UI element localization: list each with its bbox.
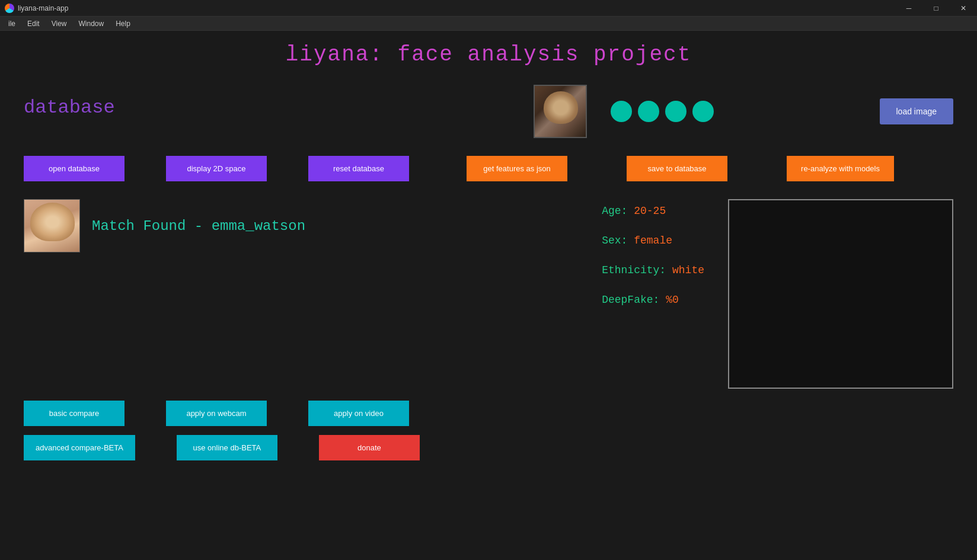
menu-help[interactable]: Help (110, 18, 136, 29)
reset-database-button[interactable]: reset database (308, 156, 409, 181)
menu-file[interactable]: ile (2, 18, 21, 29)
app-title: liyana: face analysis project (24, 43, 953, 67)
right-panel: Age: 20-25 Sex: female Ethnicity: white … (602, 199, 953, 389)
get-features-button[interactable]: get features as json (467, 156, 567, 181)
database-buttons-row: open database display 2D space reset dat… (24, 156, 953, 181)
deepfake-value: %0 (666, 294, 679, 306)
deepfake-label: DeepFake: (602, 294, 659, 306)
menu-window[interactable]: Window (73, 18, 110, 29)
apply-webcam-button[interactable]: apply on webcam (166, 401, 267, 426)
color-dot-4 (692, 101, 714, 122)
sex-stat: Sex: female (602, 235, 704, 247)
top-section: database load image (24, 85, 953, 138)
color-dot-1 (611, 101, 632, 122)
bottom-buttons-row1: basic compare apply on webcam apply on v… (24, 401, 953, 426)
re-analyze-button[interactable]: re-analyze with models (787, 156, 894, 181)
load-image-button[interactable]: load image (880, 98, 954, 124)
bottom-buttons-row2: advanced compare-BETA use online db-BETA… (24, 435, 953, 460)
face-placeholder (535, 85, 586, 137)
stats-panel: Age: 20-25 Sex: female Ethnicity: white … (602, 199, 704, 389)
image-display: load image (534, 85, 954, 138)
color-indicators (611, 101, 714, 122)
maximize-button[interactable]: □ (922, 0, 950, 17)
match-panel: Match Found - emma_watson (24, 199, 320, 252)
database-label: database (24, 97, 202, 119)
preview-box (728, 199, 953, 389)
color-dot-3 (665, 101, 687, 122)
match-text: Match Found - emma_watson (92, 218, 305, 234)
donate-button[interactable]: donate (319, 435, 420, 460)
apply-video-button[interactable]: apply on video (308, 401, 409, 426)
close-button[interactable]: ✕ (950, 0, 977, 17)
ethnicity-stat: Ethnicity: white (602, 264, 704, 276)
age-stat: Age: 20-25 (602, 205, 704, 217)
title-bar-title: liyana-main-app (18, 4, 68, 12)
display-2d-button[interactable]: display 2D space (166, 156, 267, 181)
sex-value: female (634, 235, 672, 247)
match-face-image (24, 199, 80, 252)
app-icon (5, 4, 14, 13)
use-online-db-button[interactable]: use online db-BETA (177, 435, 277, 460)
loaded-face-image (534, 85, 587, 138)
menu-view[interactable]: View (46, 18, 73, 29)
minimize-button[interactable]: ─ (895, 0, 922, 17)
deepfake-stat: DeepFake: %0 (602, 294, 704, 306)
age-value: 20-25 (634, 205, 666, 217)
basic-compare-button[interactable]: basic compare (24, 401, 124, 426)
ethnicity-label: Ethnicity: (602, 264, 666, 276)
age-label: Age: (602, 205, 627, 217)
sex-label: Sex: (602, 235, 627, 247)
middle-section: Match Found - emma_watson Age: 20-25 Sex… (24, 199, 953, 389)
open-database-button[interactable]: open database (24, 156, 124, 181)
title-bar: liyana-main-app ─ □ ✕ (0, 0, 977, 17)
advanced-compare-button[interactable]: advanced compare-BETA (24, 435, 135, 460)
save-to-db-button[interactable]: save to database (627, 156, 727, 181)
main-content: liyana: face analysis project database l… (0, 31, 977, 481)
window-controls: ─ □ ✕ (895, 0, 977, 16)
menu-bar: ile Edit View Window Help (0, 17, 977, 31)
ethnicity-value: white (672, 264, 704, 276)
color-dot-2 (638, 101, 659, 122)
menu-edit[interactable]: Edit (21, 18, 46, 29)
